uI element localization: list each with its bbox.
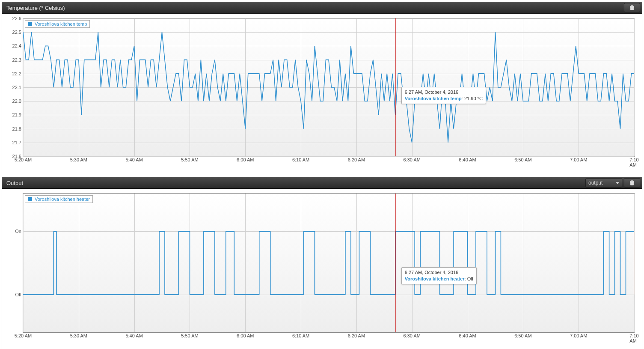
- temperature-delete-button[interactable]: [624, 3, 640, 12]
- tooltip-series: Voroshilova kitchen heater: [405, 276, 465, 281]
- x-tick-label: 7:00 AM: [570, 157, 587, 162]
- tooltip-value: 21.90 °C: [464, 96, 483, 101]
- x-tick-label: 6:20 AM: [348, 333, 365, 338]
- x-tick-label: 5:50 AM: [181, 333, 198, 338]
- chevron-down-icon: [616, 182, 619, 184]
- tooltip-value: Off: [467, 276, 473, 281]
- output-chart-series-line: [23, 194, 634, 332]
- crosshair: [395, 18, 396, 156]
- y-tick-label: Off: [15, 292, 21, 297]
- tooltip-series: Voroshilova kitchen temp: [405, 96, 462, 101]
- output-mode-select-label: output: [588, 180, 602, 186]
- output-mode-select[interactable]: output: [585, 178, 622, 188]
- output-panel-title: Output: [6, 180, 23, 186]
- output-panel-body: OffOn5:20 AM5:30 AM5:40 AM5:50 AM6:00 AM…: [2, 189, 642, 349]
- x-tick-label: 5:30 AM: [70, 157, 87, 162]
- y-tick-label: 22.1: [12, 85, 21, 90]
- x-tick-label: 5:40 AM: [125, 157, 142, 162]
- temperature-panel: Temperature (° Celsius) 21.621.721.821.9…: [2, 2, 642, 175]
- temperature-chart-legend[interactable]: Voroshilova kitchen temp: [25, 20, 90, 28]
- temperature-chart-series-line: [23, 18, 634, 156]
- x-tick-label: 7:10 AM: [629, 333, 638, 343]
- temperature-chart-tooltip: 6:27 AM, October 4, 2016Voroshilova kitc…: [401, 87, 486, 104]
- x-tick-label: 6:10 AM: [292, 333, 309, 338]
- x-tick-label: 7:00 AM: [570, 333, 587, 338]
- y-tick-label: 22.4: [12, 43, 21, 48]
- y-tick-label: 22.3: [12, 57, 21, 63]
- y-tick-label: On: [15, 229, 21, 234]
- x-tick-label: 5:20 AM: [15, 157, 32, 162]
- y-tick-label: 22.2: [12, 71, 21, 76]
- tooltip-time: 6:27 AM, October 4, 2016: [405, 89, 483, 95]
- y-tick-label: 21.9: [12, 112, 21, 117]
- x-tick-label: 6:40 AM: [459, 157, 476, 162]
- x-tick-label: 6:50 AM: [514, 157, 531, 162]
- x-tick-label: 7:10 AM: [629, 157, 638, 167]
- y-tick-label: 22.5: [12, 30, 21, 35]
- y-tick-label: 21.8: [12, 126, 21, 131]
- x-tick-label: 5:40 AM: [125, 333, 142, 338]
- output-chart-tooltip: 6:27 AM, October 4, 2016Voroshilova kitc…: [401, 267, 477, 284]
- y-tick-label: 22.0: [12, 98, 21, 104]
- legend-swatch: [28, 22, 32, 26]
- temperature-panel-header: Temperature (° Celsius): [2, 2, 642, 14]
- legend-label: Voroshilova kitchen temp: [35, 21, 87, 27]
- crosshair: [395, 194, 396, 332]
- x-tick-label: 5:30 AM: [70, 333, 87, 338]
- output-chart-legend[interactable]: Voroshilova kitchen heater: [25, 195, 93, 203]
- trash-icon: [629, 5, 635, 10]
- temperature-panel-title: Temperature (° Celsius): [6, 5, 65, 11]
- x-tick-label: 6:20 AM: [348, 157, 365, 162]
- x-tick-label: 6:50 AM: [514, 333, 531, 338]
- temperature-chart[interactable]: 21.621.721.821.922.022.122.222.322.422.5…: [23, 18, 635, 157]
- x-tick-label: 6:40 AM: [459, 333, 476, 338]
- output-panel: Output output OffOn5:20 AM5:30 AM5:40 AM…: [2, 177, 642, 349]
- x-tick-label: 5:20 AM: [15, 333, 32, 338]
- output-panel-header: Output output: [2, 177, 642, 189]
- y-tick-label: 22.6: [12, 16, 21, 21]
- trash-icon: [629, 180, 635, 185]
- x-tick-label: 5:50 AM: [181, 157, 198, 162]
- temperature-panel-body: 21.621.721.821.922.022.122.222.322.422.5…: [2, 14, 642, 175]
- x-tick-label: 6:30 AM: [404, 157, 421, 162]
- tooltip-time: 6:27 AM, October 4, 2016: [405, 269, 473, 276]
- x-tick-label: 6:00 AM: [237, 333, 254, 338]
- legend-swatch: [28, 197, 32, 201]
- output-delete-button[interactable]: [624, 178, 640, 188]
- y-tick-label: 21.7: [12, 140, 21, 145]
- legend-label: Voroshilova kitchen heater: [35, 197, 90, 202]
- x-tick-label: 6:00 AM: [237, 157, 254, 162]
- x-tick-label: 6:10 AM: [292, 157, 309, 162]
- output-chart[interactable]: OffOn5:20 AM5:30 AM5:40 AM5:50 AM6:00 AM…: [23, 193, 635, 333]
- x-tick-label: 6:30 AM: [404, 333, 421, 338]
